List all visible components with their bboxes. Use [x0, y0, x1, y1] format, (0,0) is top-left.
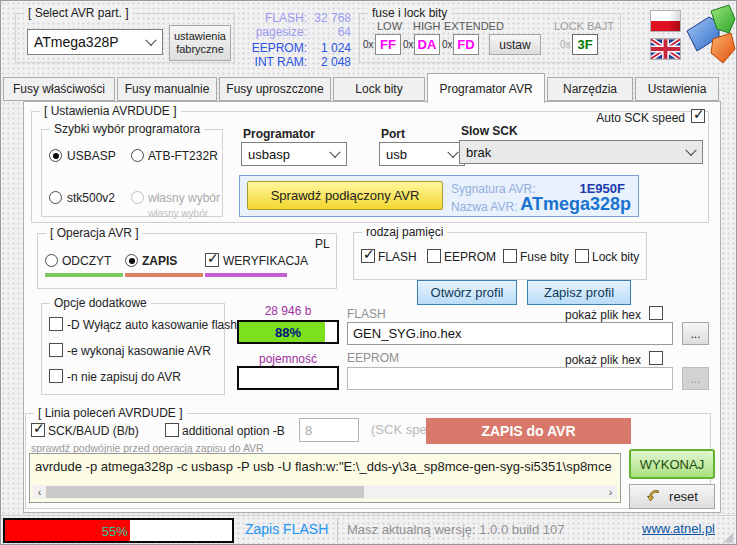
lock-byte-field[interactable]: 3F	[572, 34, 598, 55]
uk-flag-svg	[651, 39, 680, 59]
opt-e-checkbox[interactable]	[49, 343, 63, 357]
tab-programator-avr[interactable]: Programator AVR	[427, 73, 545, 103]
command-input[interactable]: avrdude -p atmega328p -c usbasp -P usb -…	[29, 453, 621, 503]
flash-size-label: FLASH:	[241, 11, 307, 25]
fuse-bits-checkbox[interactable]	[503, 249, 517, 263]
programmer-select[interactable]: usbasp	[241, 142, 347, 166]
scroll-right-icon[interactable]: ›	[604, 485, 617, 499]
flash-usage-progressbar: 88%	[237, 320, 339, 344]
tab-fusy-uproszczone[interactable]: Fusy uproszczone	[219, 77, 331, 101]
sck-baud-checkbox[interactable]	[31, 423, 45, 437]
programmer-label: Programator	[243, 127, 315, 141]
open-profile-button[interactable]: Otwórz profil	[417, 280, 517, 305]
stk500v2-radio-label: stk500v2	[67, 191, 115, 205]
port-select[interactable]: usb	[379, 142, 465, 166]
auto-sck-checkbox[interactable]	[691, 109, 705, 123]
flash-file-label: FLASH	[347, 307, 386, 321]
factory-settings-button[interactable]: ustawienia fabryczne	[169, 25, 231, 61]
eeprom-checkbox[interactable]	[427, 249, 441, 263]
fuse-high-field[interactable]: DA	[414, 34, 440, 55]
command-scrollbar[interactable]: ‹ ›	[33, 485, 617, 499]
status-progress-fill: 55%	[5, 520, 130, 541]
flash-browse-button[interactable]: ...	[682, 322, 709, 345]
memory-type-title: rodzaj pamięci	[362, 225, 447, 239]
status-separator	[337, 518, 338, 542]
reset-button[interactable]: reset	[629, 484, 715, 509]
usbasp-radio[interactable]	[49, 149, 62, 162]
flash-checkbox-label: FLASH	[378, 250, 417, 264]
quick-programmer-title: Szybki wybór programatora	[50, 122, 204, 136]
check-avr-button[interactable]: Sprawdź podłączony AVR	[247, 181, 443, 210]
undo-arrow-icon	[646, 489, 663, 504]
tab-ustawienia[interactable]: Ustawienia	[635, 77, 719, 101]
lock-bits-checkbox[interactable]	[575, 249, 589, 263]
hex-prefix-lock: 0x	[560, 39, 571, 50]
custom-programmer-hint: własny wybór	[148, 207, 208, 223]
eeprom-file-input[interactable]	[347, 367, 673, 390]
avr-name-value: ATmega328p	[501, 194, 631, 214]
show-hex-eeprom-checkbox[interactable]	[649, 351, 663, 365]
lock-bits-checkbox-label: Lock bity	[592, 250, 639, 264]
avr-operation-title: [ Operacja AVR ]	[46, 226, 142, 240]
extra-options-title: Opcje dodatkowe	[50, 296, 151, 310]
read-radio[interactable]	[45, 254, 58, 267]
verify-checkbox[interactable]	[205, 253, 219, 267]
tab-lock-bity[interactable]: Lock bity	[333, 77, 425, 101]
avr-part-value: ATmega328P	[34, 34, 119, 50]
status-task: Zapis FLASH	[245, 522, 328, 536]
capacity-box	[237, 366, 339, 390]
slow-sck-select[interactable]: brak	[459, 140, 703, 164]
pl-flag-icon[interactable]	[650, 10, 681, 32]
flash-usage-bytes: 28 946 b	[237, 304, 339, 318]
fuse-low-field[interactable]: FF	[375, 34, 401, 55]
eeprom-checkbox-label: EEPROM	[444, 250, 496, 264]
scrollbar-thumb[interactable]	[46, 486, 364, 498]
sck-baud-label: SCK/BAUD (B/b)	[48, 424, 139, 438]
factory-settings-line2: fabryczne	[176, 43, 224, 56]
avr-part-select[interactable]: ATmega328P	[27, 29, 163, 55]
flash-checkbox[interactable]	[361, 249, 375, 263]
execute-button[interactable]: WYKONAJ	[629, 449, 715, 479]
additional-b-checkbox[interactable]	[165, 423, 179, 437]
tab-fusy-wlasciwosci[interactable]: Fusy właściwości	[3, 77, 115, 101]
show-hex-flash-label: pokaż plik hex	[565, 308, 641, 322]
cmdline-group-title: [ Linia poleceń AVRDUDE ]	[34, 406, 187, 420]
flash-usage-percent: 88%	[239, 322, 337, 342]
flash-file-input[interactable]: GEN_SYG.ino.hex	[347, 322, 673, 345]
custom-programmer-radio[interactable]	[131, 191, 144, 204]
save-profile-button[interactable]: Zapisz profil	[527, 280, 631, 305]
scrollbar-track[interactable]	[46, 485, 604, 499]
stk500v2-radio[interactable]	[49, 191, 62, 204]
reset-button-label: reset	[669, 489, 698, 504]
tab-fusy-manualnie[interactable]: Fusy manualnie	[117, 77, 217, 101]
hex-prefix-high: 0x	[403, 39, 414, 50]
set-fuses-button[interactable]: ustaw	[489, 34, 541, 55]
capacity-label: pojemność	[237, 352, 339, 366]
write-radio[interactable]	[125, 254, 138, 267]
show-hex-eeprom-label: pokaż plik hex	[565, 353, 641, 367]
fuse-extended-label: EXTENDED	[444, 20, 504, 32]
eeprom-browse-button[interactable]: ...	[682, 367, 709, 390]
avrdude-settings-title: [ Ustawienia AVRDUDE ]	[40, 104, 181, 118]
eeprom-size-value: 1 024	[309, 41, 351, 55]
verify-checkbox-label: WERYFIKACJA	[223, 254, 308, 268]
fuse-extended-field[interactable]: FD	[453, 34, 479, 55]
uk-flag-icon[interactable]	[650, 38, 681, 60]
pl-flag-red	[651, 21, 680, 31]
opt-d-checkbox[interactable]	[49, 317, 63, 331]
read-radio-label: ODCZYT	[62, 254, 111, 268]
atnel-link[interactable]: www.atnel.pl	[561, 522, 715, 536]
resize-grip[interactable]: ◢	[723, 530, 733, 543]
tab-narzedzia[interactable]: Narzędzia	[547, 77, 633, 101]
scroll-left-icon[interactable]: ‹	[33, 485, 46, 499]
statusbar-divider	[1, 515, 737, 516]
write-radio-label: ZAPIS	[142, 254, 177, 268]
b-value-input[interactable]: 8	[299, 418, 359, 442]
version-text: Masz aktualną wersję: 1.0.0 build 107	[347, 523, 565, 537]
opt-n-checkbox[interactable]	[49, 369, 63, 383]
atb-ft232r-radio[interactable]	[131, 149, 144, 162]
atb-ft232r-radio-label: ATB-FT232R	[148, 149, 218, 163]
status-progressbar: 55%	[3, 518, 234, 543]
write-banner: ZAPIS do AVR	[426, 418, 631, 444]
show-hex-flash-checkbox[interactable]	[649, 306, 663, 320]
